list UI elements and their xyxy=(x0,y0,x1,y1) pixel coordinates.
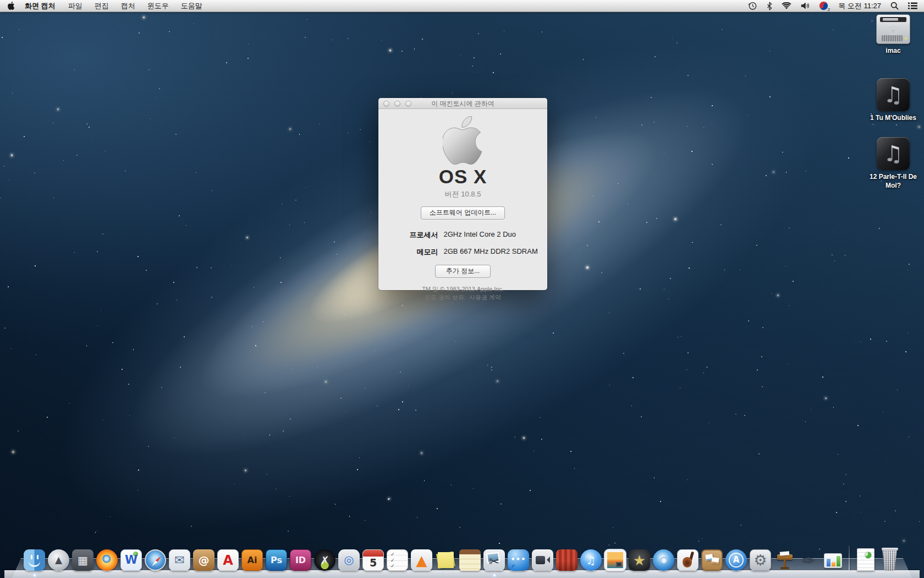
audio-file-icon: ♫ xyxy=(877,78,910,111)
finder-icon xyxy=(24,549,45,571)
menu-item-4[interactable]: 윈도우 xyxy=(141,2,175,10)
dock-item-x-media[interactable]: ✗ xyxy=(314,548,336,571)
window-title-bar[interactable]: 이 매킨토시에 관하여 xyxy=(378,98,547,109)
dock-item-iphoto[interactable] xyxy=(604,548,626,571)
license-agreement-link[interactable]: 사용권 계약 xyxy=(469,294,501,301)
dock-item-photo-booth[interactable] xyxy=(556,548,578,571)
toast-icon: ◎ xyxy=(338,549,360,571)
dock-item-contacts[interactable]: @ xyxy=(193,548,215,571)
dock-item-acrobat[interactable]: A xyxy=(217,548,239,571)
dock-item-keynote[interactable] xyxy=(773,548,796,571)
dock-item-document[interactable] xyxy=(854,548,877,571)
dock-item-mail[interactable]: ✉ xyxy=(168,548,191,571)
memory-value: 2GB 667 MHz DDR2 SDRAM xyxy=(444,247,538,257)
memory-row: 메모리 2GB 667 MHz DDR2 SDRAM xyxy=(378,247,547,257)
dock-item-iweb[interactable] xyxy=(701,548,723,571)
close-button[interactable] xyxy=(383,101,389,107)
messages-icon: ••• xyxy=(508,549,529,571)
desktop-icon-music-file-2[interactable]: ♫ 12 Parle-T-Il De Moi? xyxy=(865,137,922,190)
dock-item-notes[interactable] xyxy=(459,548,481,571)
dock-item-illustrator[interactable]: Ai xyxy=(241,548,263,571)
reminders-icon xyxy=(387,549,408,571)
copyright-line-2: 모든 권리 보유. xyxy=(425,294,466,301)
dock-item-finder[interactable] xyxy=(23,548,46,571)
menu-bar-clock[interactable]: 목 오전 11:27 xyxy=(838,1,881,11)
mission-control-glyph: ▦ xyxy=(78,555,88,566)
dock-item-calendar[interactable]: 5 xyxy=(362,548,384,571)
dock-item-safari[interactable] xyxy=(144,548,167,571)
wifi-icon[interactable] xyxy=(782,2,791,10)
spotlight-icon[interactable] xyxy=(890,2,899,10)
dock-item-firefox[interactable] xyxy=(96,548,118,571)
menu-item-1[interactable]: 파일 xyxy=(62,2,89,10)
dock-item-itunes[interactable]: ♫ xyxy=(580,548,602,571)
dock-shelf-front xyxy=(4,570,920,578)
dock-item-w-app[interactable]: W xyxy=(120,548,142,571)
desktop-icon-label: 12 Parle-T-Il De Moi? xyxy=(865,173,922,190)
dock-item-idvd[interactable] xyxy=(652,548,675,571)
dock-item-vlc[interactable]: ▲ xyxy=(410,548,433,571)
desktop-icon-label: imac xyxy=(886,47,900,56)
memory-label: 메모리 xyxy=(388,247,438,257)
contacts-glyph: @ xyxy=(199,555,210,566)
notification-center-icon[interactable] xyxy=(908,2,917,9)
vlc-glyph: ▲ xyxy=(416,553,427,568)
x-media-icon: ✗ xyxy=(314,549,336,571)
photoshop-icon: Ps xyxy=(266,549,287,571)
menu-item-5[interactable]: 도움말 xyxy=(175,2,208,10)
document-icon xyxy=(857,548,875,571)
w-app-icon: W xyxy=(120,549,142,571)
running-indicator-grab xyxy=(493,574,496,577)
dock-item-mission-control[interactable]: ▦ xyxy=(72,548,94,571)
firefox-icon xyxy=(96,549,118,571)
calendar-glyph: 5 xyxy=(370,558,377,568)
iweb-icon xyxy=(701,549,723,571)
dock-item-facetime[interactable] xyxy=(531,548,554,571)
running-indicator-finder xyxy=(33,574,36,577)
zoom-button[interactable] xyxy=(405,101,411,107)
window-title: 이 매킨토시에 관하여 xyxy=(378,98,547,109)
minimize-button[interactable] xyxy=(394,101,400,107)
dock-item-indesign[interactable]: ID xyxy=(289,548,312,571)
dock-item-stickies[interactable] xyxy=(435,548,457,571)
dock-item-grab[interactable]: ✂ xyxy=(483,548,505,571)
dock-item-photoshop[interactable]: Ps xyxy=(265,548,288,571)
itunes-glyph: ♫ xyxy=(586,555,596,566)
dock-item-trash[interactable] xyxy=(878,548,901,571)
dock-separator xyxy=(849,546,850,571)
more-info-button[interactable]: 추가 정보... xyxy=(435,265,491,278)
vlc-icon: ▲ xyxy=(411,549,432,571)
pages-icon: ✒ xyxy=(798,549,820,571)
launchpad-icon: ▲ xyxy=(48,549,69,571)
time-machine-icon[interactable] xyxy=(748,1,757,10)
copyright-text: TM 및 © 1983-2013 Apple Inc. 모든 권리 보유.사용권… xyxy=(378,285,547,302)
w-app-glyph: W xyxy=(125,554,138,566)
dock-item-system-preferences[interactable]: ⚙ xyxy=(749,548,772,571)
dock-item-app-store[interactable]: A xyxy=(725,548,747,571)
dock-item-messages[interactable]: ••• xyxy=(507,548,530,571)
desktop-icon-music-file-1[interactable]: ♫ 1 Tu M'Oublies xyxy=(865,78,922,123)
dock-item-toast[interactable]: ◎ xyxy=(338,548,360,571)
software-update-button[interactable]: 소프트웨어 업데이트... xyxy=(421,206,505,220)
grab-glyph: ✂ xyxy=(489,555,499,568)
processor-label: 프로세서 xyxy=(388,230,438,240)
volume-icon[interactable] xyxy=(801,2,810,10)
mail-glyph: ✉ xyxy=(174,554,184,566)
menu-item-3[interactable]: 캡처 xyxy=(115,2,141,10)
os-name: OS X xyxy=(378,167,547,186)
bluetooth-icon[interactable] xyxy=(767,2,772,10)
korean-input-flag-icon[interactable]: 2 xyxy=(820,2,829,10)
apple-menu-icon[interactable] xyxy=(8,2,15,10)
menu-item-2[interactable]: 편집 xyxy=(89,2,115,10)
menu-app-name[interactable]: 화면 캡처 xyxy=(18,2,62,10)
processor-row: 프로세서 2GHz Intel Core 2 Duo xyxy=(378,230,547,240)
dock-item-reminders[interactable] xyxy=(386,548,409,571)
dock-item-launchpad[interactable]: ▲ xyxy=(47,548,70,571)
os-version: 버전 10.8.5 xyxy=(378,189,547,199)
dock-items: ▲▦W✉@AAiPsID✗◎5▲✂•••♫★A⚙✒ xyxy=(23,546,901,571)
desktop-icon-imac-volume[interactable]: imac xyxy=(870,14,916,56)
dock-item-imovie[interactable]: ★ xyxy=(628,548,651,571)
dock-item-pages[interactable]: ✒ xyxy=(798,548,820,571)
dock-item-numbers[interactable] xyxy=(822,548,844,571)
dock-item-garageband[interactable] xyxy=(676,548,699,571)
